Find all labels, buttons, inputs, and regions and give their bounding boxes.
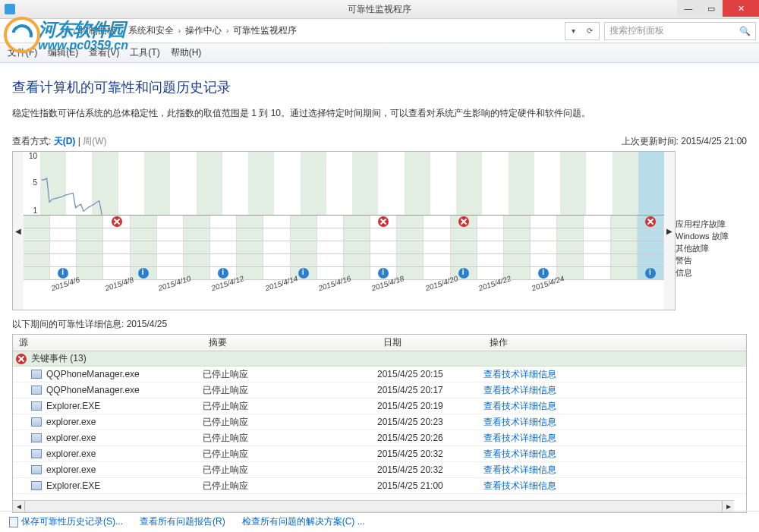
event-summary: 已停止响应: [203, 384, 377, 397]
event-action-link[interactable]: 查看技术详细信息: [483, 432, 556, 445]
event-source: Explorer.EXE: [46, 401, 100, 411]
breadcrumb-seg[interactable]: 操作中心: [182, 23, 225, 39]
fault-row: [24, 254, 664, 267]
window-controls: ― ▭ ✕: [677, 0, 759, 17]
breadcrumb-seg[interactable]: 系统和安全: [125, 23, 177, 39]
table-row[interactable]: Explorer.EXE已停止响应2015/4/25 20:19查看技术详细信息: [13, 398, 746, 414]
chevron-right-icon: ›: [178, 27, 181, 35]
col-summary[interactable]: 摘要: [203, 336, 377, 349]
view-mode-day[interactable]: 天(D): [54, 136, 76, 146]
chart-column[interactable]: [274, 152, 300, 215]
info-icon: [298, 268, 309, 279]
event-source: explorer.exe: [46, 433, 96, 443]
close-button[interactable]: ✕: [723, 0, 759, 17]
menu-file[interactable]: 文件(F): [8, 46, 37, 59]
event-summary: 已停止响应: [203, 480, 377, 493]
chart-column[interactable]: [326, 152, 352, 215]
chart-column[interactable]: [586, 152, 612, 215]
fault-row: [24, 216, 664, 228]
event-action-link[interactable]: 查看技术详细信息: [483, 368, 556, 381]
search-icon: 🔍: [739, 26, 751, 36]
event-action-link[interactable]: 查看技术详细信息: [483, 384, 556, 397]
detail-scroll[interactable]: 关键事件 (13) QQPhoneManager.exe已停止响应2015/4/…: [13, 351, 746, 497]
menu-bar: 文件(F) 编辑(E) 查看(V) 工具(T) 帮助(H): [0, 43, 759, 63]
event-action-link[interactable]: 查看技术详细信息: [483, 416, 556, 429]
chart-column[interactable]: [352, 152, 378, 215]
window-title: 可靠性监视程序: [348, 3, 411, 16]
error-icon: [458, 216, 469, 227]
info-icon: [458, 268, 469, 279]
info-icon: [645, 268, 656, 279]
group-label: 关键事件 (13): [31, 352, 87, 365]
event-group-critical[interactable]: 关键事件 (13): [13, 351, 746, 367]
app-file-icon: [31, 433, 42, 442]
event-date: 2015/4/25 21:00: [377, 480, 483, 491]
view-all-reports-link[interactable]: 查看所有问题报告(R): [140, 515, 225, 528]
menu-tools[interactable]: 工具(T): [130, 46, 159, 59]
error-icon: [112, 216, 122, 227]
chart-column[interactable]: [456, 152, 482, 215]
y-axis: 10 5 1: [25, 152, 40, 215]
chart-column[interactable]: [222, 152, 248, 215]
event-date: 2015/4/25 20:32: [377, 464, 483, 475]
event-date: 2015/4/25 20:17: [377, 385, 483, 395]
event-action-link[interactable]: 查看技术详细信息: [483, 448, 556, 461]
chart-panel: ◀ 10 5 1 2015/4/62015/4/82015/4/102015/4…: [12, 151, 676, 310]
event-source: QQPhoneManager.exe: [46, 385, 140, 395]
chart-column[interactable]: [197, 152, 222, 215]
last-updated: 上次更新时间: 2015/4/25 21:00: [622, 135, 747, 148]
view-mode-week[interactable]: 周(W): [83, 136, 106, 146]
event-source: explorer.exe: [46, 417, 96, 427]
table-row[interactable]: QQPhoneManager.exe已停止响应2015/4/25 20:15查看…: [13, 367, 746, 382]
chart-column[interactable]: [378, 152, 404, 215]
col-action[interactable]: 操作: [483, 336, 746, 349]
event-date: 2015/4/25 20:15: [377, 369, 483, 379]
chart-column[interactable]: [509, 152, 534, 215]
chevron-right-icon: ›: [73, 27, 75, 35]
chart-scroll-right[interactable]: ▶: [664, 152, 675, 310]
chart-column[interactable]: [118, 152, 144, 215]
table-row[interactable]: explorer.exe已停止响应2015/4/25 20:32查看技术详细信息: [13, 446, 746, 462]
path-dropdown-refresh[interactable]: ▾⟳: [565, 22, 600, 40]
breadcrumb-seg[interactable]: 可靠性监视程序: [230, 23, 300, 39]
chart-column[interactable]: [560, 152, 586, 215]
breadcrumb-seg[interactable]: 控制面板: [77, 23, 119, 39]
chart-column[interactable]: [301, 152, 326, 215]
table-row[interactable]: explorer.exe已停止响应2015/4/25 20:26查看技术详细信息: [13, 430, 746, 446]
chart-scroll-left[interactable]: ◀: [13, 152, 24, 310]
app-file-icon: [31, 401, 42, 411]
maximize-button[interactable]: ▭: [700, 0, 723, 17]
chart-column[interactable]: [144, 152, 170, 215]
fault-row: [24, 228, 664, 241]
main-content: 查看计算机的可靠性和问题历史记录 稳定性指数可评估系统的总体稳定性，此指数的取值…: [0, 63, 759, 513]
event-action-link[interactable]: 查看技术详细信息: [483, 480, 556, 493]
chart-column[interactable]: [534, 152, 560, 215]
col-source[interactable]: 源: [13, 336, 203, 349]
view-label: 查看方式:: [12, 136, 51, 146]
app-file-icon: [31, 449, 42, 458]
save-history-link[interactable]: 保存可靠性历史记录(S)...: [9, 515, 123, 528]
event-source: Explorer.EXE: [46, 480, 100, 491]
event-summary: 已停止响应: [203, 368, 377, 381]
table-row[interactable]: QQPhoneManager.exe已停止响应2015/4/25 20:17查看…: [13, 382, 746, 398]
menu-edit[interactable]: 编辑(E): [48, 46, 78, 59]
minimize-button[interactable]: ―: [677, 0, 700, 17]
chart-column[interactable]: [613, 152, 638, 215]
chart-column[interactable]: [638, 152, 664, 215]
event-action-link[interactable]: 查看技术详细信息: [483, 464, 556, 477]
search-input[interactable]: 搜索控制面板 🔍: [604, 22, 756, 40]
fault-legend: 应用程序故障 Windows 故障 其他故障 警告 信息: [676, 151, 747, 310]
chart-column[interactable]: [248, 152, 274, 215]
chart-column[interactable]: [482, 152, 508, 215]
table-row[interactable]: explorer.exe已停止响应2015/4/25 20:32查看技术详细信息: [13, 462, 746, 478]
col-date[interactable]: 日期: [377, 336, 483, 349]
menu-help[interactable]: 帮助(H): [171, 46, 202, 59]
chart-column[interactable]: [430, 152, 456, 215]
event-action-link[interactable]: 查看技术详细信息: [483, 400, 556, 413]
chart-column[interactable]: [405, 152, 430, 215]
chart-column[interactable]: [170, 152, 196, 215]
table-row[interactable]: Explorer.EXE已停止响应2015/4/25 21:00查看技术详细信息: [13, 478, 746, 494]
check-solutions-link[interactable]: 检查所有问题的解决方案(C) ...: [242, 515, 365, 528]
table-row[interactable]: explorer.exe已停止响应2015/4/25 20:23查看技术详细信息: [13, 414, 746, 430]
menu-view[interactable]: 查看(V): [89, 46, 119, 59]
